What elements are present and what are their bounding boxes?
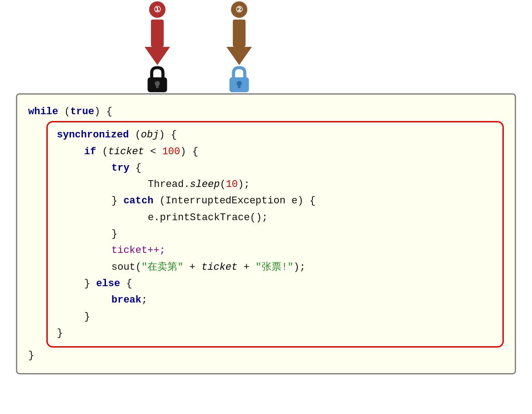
while-paren-close: ) { [94, 106, 112, 117]
line-catch: } catch (InterruptedException e) { [111, 193, 493, 209]
sync-paren-close: ) { [159, 129, 177, 141]
break-line: break; [111, 292, 493, 308]
else-close-brace: } [84, 311, 90, 323]
svg-rect-5 [238, 84, 241, 88]
keyword-synchronized: synchronized [57, 129, 129, 141]
while-close-brace: } [28, 350, 34, 361]
keyword-break: break [111, 294, 141, 306]
sleep-paren: ( [220, 179, 226, 190]
arrow-1-wrapper: ① [143, 1, 171, 93]
if-close-line: } [84, 309, 493, 325]
catch-paren: (InterruptedException e) { [153, 195, 315, 207]
break-semi: ; [141, 294, 147, 306]
keyword-else: else [96, 278, 120, 289]
arrow-2-shaft [233, 20, 246, 47]
keyword-while: while [28, 106, 58, 117]
num-100: 100 [162, 146, 181, 157]
arrow-1-head [145, 47, 170, 65]
plus-2: + [237, 262, 256, 273]
arrow-1-shaft [151, 20, 164, 47]
plus-1: + [183, 262, 201, 273]
if-block: if (ticket < 100) { try { Thread.sleep(1… [84, 144, 493, 325]
line-synchronized: synchronized (obj) { [57, 127, 493, 143]
try-block: try { Thread.sleep(10); } catch (Interru… [111, 160, 493, 242]
arrows-row: ① ② [16, 20, 516, 93]
line-try: try { [111, 160, 493, 177]
ticket-pp: ticket++; [111, 245, 166, 256]
svg-rect-2 [156, 84, 159, 88]
if-op: < [144, 146, 162, 157]
num-10: 10 [226, 179, 238, 190]
sleep-method: sleep [190, 179, 220, 190]
while-paren: ( [64, 106, 70, 117]
arrow-1-circle: ① [149, 1, 166, 18]
line-while: while (true) { [28, 104, 504, 120]
try-brace: { [130, 162, 141, 174]
synchronized-block: synchronized (obj) { if (ticket < 100) {… [46, 121, 504, 348]
else-brace: { [120, 278, 132, 289]
lock-1-icon [143, 65, 171, 93]
sync-paren: ( [135, 129, 141, 141]
sleep-semi: ); [238, 179, 250, 190]
ticket-var-2: ticket [201, 262, 237, 273]
ticket-var: ticket [108, 146, 144, 157]
ticket-line: ticket++; [111, 242, 493, 259]
keyword-try: try [111, 162, 130, 174]
keyword-catch: catch [123, 195, 153, 207]
line-if: if (ticket < 100) { [84, 144, 493, 160]
if-close-brace: } [84, 278, 96, 289]
sout-call: sout( [111, 262, 141, 273]
code-panel: while (true) { synchronized (obj) { if (… [16, 93, 516, 374]
thread-class: Thread. [148, 179, 190, 190]
arrow-2-wrapper: ② [225, 1, 253, 93]
line-print: e.printStackTrace(); [148, 210, 493, 226]
line-close-try: } [111, 226, 493, 242]
arrow-2-circle: ② [231, 1, 247, 18]
sout-close: ); [293, 262, 305, 273]
obj-var: obj [141, 129, 159, 141]
lock-2-icon [225, 65, 253, 93]
try-close-brace: } [111, 228, 117, 240]
while-close-line: } [28, 348, 504, 364]
main-container: ① ② [16, 20, 516, 394]
str-2: "张票!" [256, 262, 294, 273]
line-sleep: Thread.sleep(10); [148, 177, 493, 193]
sync-close-line: } [57, 325, 493, 342]
keyword-true: true [70, 106, 94, 117]
if-paren-close: ) { [180, 146, 198, 157]
sout-line: sout("在卖第" + ticket + "张票!"); [111, 259, 493, 276]
str-1: "在卖第" [141, 262, 183, 273]
sync-close-brace: } [57, 328, 63, 339]
catch-brace-close: } [111, 195, 123, 207]
if-paren: ( [102, 146, 108, 157]
else-line: } else { [84, 276, 493, 292]
keyword-if: if [84, 146, 96, 157]
print-text: e.printStackTrace(); [148, 212, 268, 223]
arrow-2-head [226, 47, 252, 65]
